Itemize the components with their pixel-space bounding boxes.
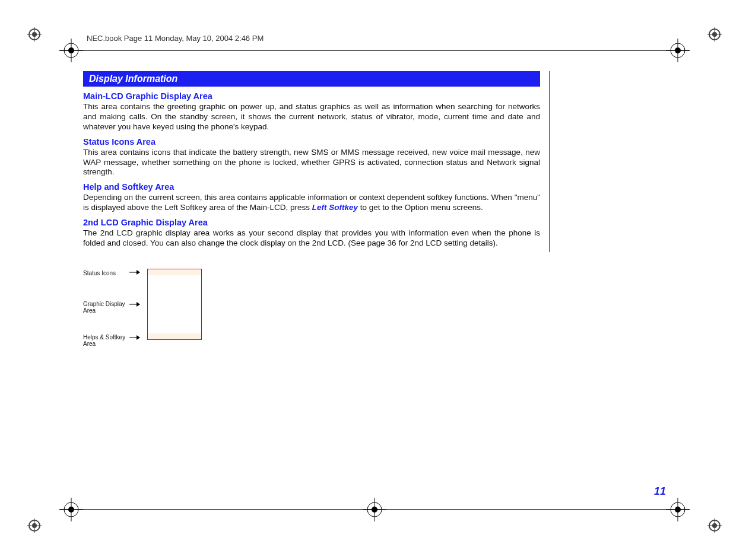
arrow-icon [129, 270, 140, 275]
svg-marker-39 [137, 302, 140, 307]
subhead-status-icons: Status Icons Area [83, 137, 540, 147]
arrow-icon [129, 335, 140, 340]
crop-mark-icon [27, 27, 42, 42]
subhead-main-lcd: Main-LCD Graphic Display Area [83, 91, 540, 101]
emphasis-left-softkey: Left Softkey [312, 203, 358, 212]
page-header: NEC.book Page 11 Monday, May 10, 2004 2:… [87, 34, 264, 43]
page-body: Display Information Main-LCD Graphic Dis… [83, 71, 666, 489]
crop-mark-icon [707, 518, 722, 533]
svg-marker-37 [137, 270, 140, 275]
registration-mark-icon [666, 498, 690, 521]
body-text: This area contains the greeting graphic … [83, 102, 540, 132]
section-banner: Display Information [83, 71, 540, 87]
diagram-status-area [148, 269, 201, 275]
lcd-diagram [147, 269, 202, 340]
main-column: Display Information Main-LCD Graphic Dis… [83, 71, 550, 252]
crop-mark-icon [27, 518, 42, 533]
diagram-label-softkey-area: Helps & Softkey Area [83, 334, 129, 347]
body-text: This area contains icons that indicate t… [83, 148, 540, 178]
registration-mark-icon [59, 39, 83, 62]
subhead-help-softkey: Help and Softkey Area [83, 182, 540, 192]
arrow-icon [129, 302, 140, 307]
registration-mark-icon [363, 498, 386, 521]
page-number: 11 [654, 485, 666, 498]
crop-mark-icon [707, 27, 722, 42]
svg-marker-41 [137, 335, 140, 340]
diagram-softkey-area [148, 333, 201, 339]
diagram-label-graphic-area: Graphic Display Area [83, 301, 129, 314]
diagram-label-status-icons: Status Icons [83, 270, 129, 276]
body-text: The 2nd LCD graphic display area works a… [83, 228, 540, 249]
registration-mark-icon [59, 498, 83, 521]
body-text-fragment: to get to the Option menu screens. [358, 203, 483, 212]
body-text: Depending on the current screen, this ar… [83, 193, 540, 213]
registration-mark-icon [666, 39, 690, 62]
crop-rule [59, 50, 690, 51]
subhead-2nd-lcd: 2nd LCD Graphic Display Area [83, 218, 540, 227]
